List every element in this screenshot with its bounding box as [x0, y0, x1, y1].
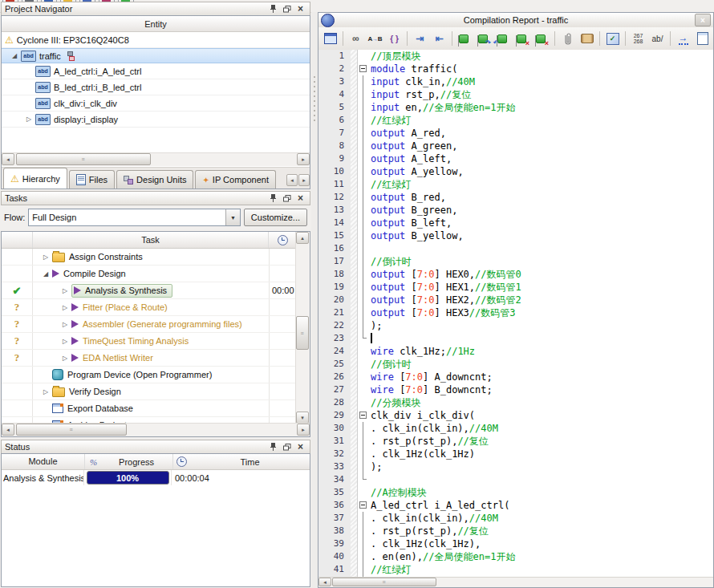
- tree-item[interactable]: abdclk_div:i_clk_div: [2, 95, 310, 112]
- task-row[interactable]: ✔▷Analysis & Synthesis00:00: [2, 282, 296, 299]
- fold-margin: [358, 448, 371, 460]
- scroll-left-icon[interactable]: ◂: [2, 424, 14, 436]
- tasks-hscrollbar[interactable]: ◂ ▸ ≡: [2, 423, 310, 436]
- scroll-down-icon[interactable]: ▾: [296, 412, 309, 424]
- tree-item[interactable]: abdB_led_ctrl:i_B_led_ctrl: [2, 79, 310, 95]
- line-number: 19: [318, 281, 351, 294]
- pin-icon[interactable]: [267, 193, 279, 204]
- navigator-hscrollbar[interactable]: ◂ ▸ ≡: [2, 152, 310, 166]
- expander-icon[interactable]: ▷: [39, 253, 52, 261]
- hscroll-thumb[interactable]: ≡: [16, 153, 151, 165]
- task-row[interactable]: ▷Assign Constraints: [2, 249, 296, 266]
- tree-item[interactable]: ▷abddisplay:i_display: [2, 112, 310, 128]
- tasks-vscrollbar[interactable]: ▴ ▾ ≡: [295, 232, 310, 424]
- find-icon[interactable]: ∞: [347, 30, 364, 47]
- line-indicator-icon[interactable]: 267268: [630, 30, 647, 47]
- float-icon[interactable]: [281, 4, 293, 14]
- pin-icon[interactable]: [267, 4, 279, 14]
- doc1-icon[interactable]: [694, 30, 711, 47]
- line-number: 40: [318, 550, 351, 563]
- macro-icon[interactable]: [578, 30, 595, 47]
- tab-files[interactable]: Files: [69, 170, 115, 189]
- task-list: ▷Assign Constraints◢Compile Design✔▷Anal…: [2, 249, 296, 434]
- vscroll-thumb[interactable]: ≡: [296, 316, 309, 350]
- task-time: [269, 316, 296, 332]
- expander-icon[interactable]: ▷: [39, 388, 52, 395]
- task-row[interactable]: ?▷EDA Netlist Writer: [2, 350, 296, 367]
- status-header[interactable]: Module %Progress Time: [2, 454, 310, 470]
- replace-icon[interactable]: A→B: [367, 30, 383, 47]
- goto-icon[interactable]: →: [675, 30, 692, 47]
- bookmark-icon[interactable]: [456, 30, 473, 47]
- flow-select[interactable]: Full Design ▼: [28, 209, 241, 226]
- ab-slash-icon[interactable]: ab/: [649, 30, 666, 47]
- task-row[interactable]: ◢Compile Design: [2, 266, 296, 282]
- status-rows: Analysis & Synthesis100%00:00:04: [2, 470, 310, 485]
- attach-icon[interactable]: [559, 30, 576, 47]
- task-row[interactable]: ?▷Assembler (Generate programming files): [2, 316, 296, 333]
- code-line: 12output B_red,: [318, 191, 713, 204]
- expander-icon[interactable]: ◢: [8, 52, 21, 59]
- close-icon[interactable]: ×: [294, 193, 306, 204]
- bookmark-delete-icon[interactable]: [514, 30, 531, 47]
- hscroll-thumb[interactable]: ≡: [332, 578, 436, 586]
- float-icon[interactable]: [281, 442, 293, 452]
- unindent-icon[interactable]: ⇤: [431, 30, 448, 47]
- scroll-up-icon[interactable]: ▴: [296, 232, 309, 244]
- tree-item-label: B_led_ctrl:i_B_led_ctrl: [54, 83, 141, 92]
- panel-splitter[interactable]: [311, 12, 318, 588]
- float-icon[interactable]: [281, 193, 293, 204]
- chevron-down-icon[interactable]: ▼: [225, 209, 240, 225]
- task-cell: ▷Assign Constraints: [33, 249, 269, 265]
- task-row[interactable]: ?▷Fitter (Place & Route): [2, 299, 296, 316]
- expander-icon[interactable]: ▷: [59, 304, 71, 311]
- code-editor[interactable]: 1//顶层模块2module traffic(3input clk_in,//4…: [318, 50, 713, 578]
- tasks-header[interactable]: Task: [2, 232, 310, 249]
- expander-icon[interactable]: ▷: [59, 321, 71, 328]
- hscroll-thumb[interactable]: ≡: [16, 424, 127, 436]
- expander-icon[interactable]: ▷: [59, 287, 71, 294]
- pin-icon[interactable]: [267, 442, 279, 452]
- task-row[interactable]: Program Device (Open Programmer): [2, 367, 296, 383]
- close-icon[interactable]: ×: [695, 14, 711, 26]
- report-window-icon[interactable]: [322, 30, 339, 47]
- tab-scroll-right-icon[interactable]: ▸: [298, 174, 310, 186]
- fold-margin[interactable]: [358, 499, 371, 512]
- fold-margin[interactable]: [358, 409, 371, 422]
- expander-icon[interactable]: ▷: [22, 116, 35, 123]
- entity-column-header[interactable]: Entity: [2, 16, 310, 32]
- line-number: 36: [318, 499, 351, 512]
- tree-item[interactable]: abdA_led_ctrl:i_A_led_ctrl: [2, 63, 310, 79]
- fold-margin[interactable]: [358, 63, 371, 75]
- tree-item[interactable]: ◢abdtraffic: [2, 48, 310, 63]
- close-icon[interactable]: ×: [294, 4, 306, 14]
- expander-icon[interactable]: ◢: [39, 270, 52, 278]
- comment-icon[interactable]: ✓: [604, 30, 621, 47]
- customize-button[interactable]: Customize...: [244, 209, 307, 226]
- close-icon[interactable]: ×: [294, 442, 306, 452]
- bookmark-deleteall-icon[interactable]: [533, 30, 550, 47]
- tab-hierarchy[interactable]: ⚠Hierarchy: [3, 168, 67, 189]
- line-number: 33: [318, 460, 351, 473]
- scroll-left-icon[interactable]: ◂: [2, 153, 14, 165]
- tab-ip-component[interactable]: ✦IP Component: [195, 170, 276, 189]
- indent-icon[interactable]: ⇥: [412, 30, 428, 47]
- editor-hscrollbar[interactable]: ◂ ≡: [318, 577, 713, 587]
- expander-icon[interactable]: ▷: [59, 355, 71, 362]
- task-row[interactable]: ?▷TimeQuest Timing Analysis: [2, 333, 296, 350]
- braces-icon[interactable]: { }: [386, 30, 403, 47]
- task-row[interactable]: Export Database: [2, 400, 296, 417]
- toolbar-separator: [407, 31, 408, 46]
- scroll-left-icon[interactable]: ◂: [318, 578, 331, 586]
- status-body: Module %Progress Time Analysis & Synthes…: [1, 453, 310, 587]
- expander-icon[interactable]: ▷: [59, 338, 71, 345]
- scroll-right-icon[interactable]: ▸: [297, 153, 310, 165]
- bookmark-prev-icon[interactable]: [495, 30, 512, 47]
- report-titlebar[interactable]: Compilation Report - traffic ×: [318, 13, 713, 28]
- tab-scroll-left-icon[interactable]: ◂: [286, 174, 298, 186]
- bookmark-next-icon[interactable]: [476, 30, 493, 47]
- tab-design-units[interactable]: Design Units: [116, 170, 193, 189]
- tree-item[interactable]: ⚠Cyclone III: EP3C16Q240C8: [2, 32, 310, 48]
- task-row[interactable]: ▷Verify Design: [2, 383, 296, 400]
- scroll-right-icon[interactable]: ▸: [297, 424, 310, 436]
